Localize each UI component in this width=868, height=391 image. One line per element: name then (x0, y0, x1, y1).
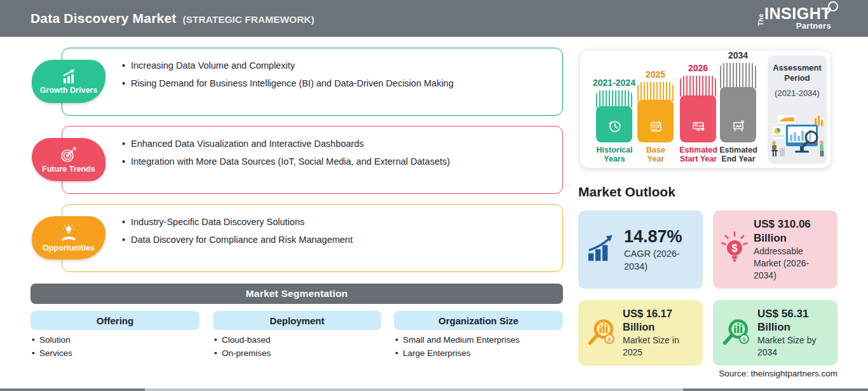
svg-text:$: $ (607, 336, 611, 342)
footer-strip (0, 388, 868, 391)
timeline-bar-base (637, 82, 674, 142)
market-size-2025-caption: Market Size in 2025 (623, 334, 696, 359)
deployment-items: Cloud-based On-premises (214, 333, 271, 360)
assessment-period-range: (2021-2034) (768, 88, 827, 98)
bar-stripes (720, 63, 756, 88)
header-bar: Data Discovery Market (STRATEGIC FRAMEWO… (0, 0, 868, 37)
logo-the-text: The (757, 18, 764, 26)
segment-item: Solution (32, 333, 72, 346)
timeline-caption: Historical Years (592, 146, 637, 163)
cagr-value: 14.87% (624, 226, 696, 248)
growth-bars-arrow-icon (59, 69, 78, 85)
market-size-2025-text-block: US$ 16.17 Billion Market Size in 2025 (623, 307, 696, 358)
opportunities-badge: Opportunities (32, 216, 105, 259)
magnifier-icon (824, 1, 840, 20)
timeline-caption: Estimated End Year (713, 146, 764, 163)
svg-text:$: $ (742, 336, 745, 342)
segment-column-offering: Offering (31, 311, 200, 330)
market-size-2034-text-block: US$ 56.31 Billion Market Size by 2034 (757, 307, 831, 359)
market-size-2034-caption: Market Size by 2034 (757, 334, 831, 359)
growth-drivers-badge: Growth Drivers (32, 60, 105, 103)
insight-partners-logo: The INSIGHT Partners (757, 6, 831, 31)
future-trends-bullet-list: Enhanced Data Visualization and Interact… (122, 135, 550, 170)
offering-items: Solution Services (32, 333, 72, 360)
segment-item: On-premises (214, 346, 271, 360)
timeline-bar-estimated-end (720, 63, 756, 142)
segment-column-label: Organization Size (438, 315, 519, 326)
bar-body (720, 87, 756, 142)
future-trends-box: Enhanced Data Visualization and Interact… (62, 126, 563, 194)
bar-body (596, 106, 632, 142)
segment-column-organization-size: Organization Size (394, 311, 563, 330)
opportunities-bullet-list: Industry-Specific Data Discovery Solutio… (122, 213, 550, 249)
opportunities-box: Industry-Specific Data Discovery Solutio… (62, 204, 563, 272)
organization-size-items: Small and Medium Enterprises Large Enter… (395, 333, 520, 360)
magnifier-chart-icon: $ (586, 317, 618, 350)
magnifier-chart-icon: $ (721, 317, 752, 350)
bar-stripes (596, 90, 632, 107)
target-arrow-icon (59, 146, 78, 164)
bullet-item: Integration with More Data Sources (IoT,… (122, 153, 550, 170)
bullet-item: Data Discovery for Compliance and Risk M… (122, 231, 550, 249)
bulb-dollar-icon: $ (721, 231, 749, 268)
svg-text:$: $ (731, 242, 737, 253)
analytics-dashboard-illustration (770, 113, 825, 161)
assessment-period-panel: Assessment Period (2021-2034) (768, 55, 827, 164)
addressable-market-card: $ US$ 310.06 Billion Addressable Market … (713, 210, 837, 289)
growth-drivers-box: Increasing Data Volume and Complexity Ri… (62, 48, 563, 116)
timeline-caption: Base Year (640, 146, 672, 163)
bar-body (680, 95, 716, 142)
cagr-text-block: 14.87% CAGR (2026-2034) (624, 226, 696, 273)
market-size-2034-value: US$ 56.31 Billion (757, 307, 831, 334)
bar-stripes (637, 82, 674, 101)
cagr-caption: CAGR (2026-2034) (624, 248, 696, 273)
growth-drivers-bullet-list: Increasing Data Volume and Complexity Ri… (122, 57, 550, 92)
timeline-year-label: 2034 (712, 50, 764, 60)
footer-strip-left (0, 388, 145, 391)
header-title-group: Data Discovery Market (STRATEGIC FRAMEWO… (31, 11, 315, 26)
timeline-year-label: 2026 (672, 63, 724, 73)
market-segmentation-title: Market Segmentation (246, 288, 348, 299)
assessment-period-title: Assessment Period (768, 63, 827, 83)
page-title: Data Discovery Market (31, 11, 176, 26)
footer-strip-right (683, 388, 868, 391)
logo-partners-text: Partners (764, 21, 831, 31)
future-trends-label: Future Trends (42, 165, 95, 174)
logo-insight-text: INSIGHT (764, 4, 831, 22)
segment-item: Cloud-based (214, 333, 271, 346)
addressable-market-caption: Addressable Market (2026-2034) (754, 245, 831, 282)
opportunities-label: Opportunities (43, 244, 95, 252)
segment-item: Large Enterprises (395, 346, 520, 360)
addressable-market-text-block: US$ 310.06 Billion Addressable Market (2… (754, 217, 831, 281)
segment-item: Services (32, 346, 72, 360)
future-trends-badge: Future Trends (32, 138, 105, 181)
logo-main: INSIGHT Partners (764, 6, 831, 31)
segment-column-label: Deployment (270, 315, 325, 326)
bullet-item: Industry-Specific Data Discovery Solutio… (122, 213, 550, 231)
source-attribution: Source: theinsightpartners.com (719, 369, 837, 378)
research-timeline-card: 2021-2024 Historical Years 2025 (580, 50, 831, 168)
market-size-2034-card: $ US$ 56.31 Billion Market Size by 2034 (713, 300, 837, 366)
timeline-bar-historical (596, 90, 632, 142)
segment-item: Small and Medium Enterprises (395, 333, 520, 346)
segment-column-label: Offering (97, 315, 133, 326)
bulb-hand-icon (59, 224, 78, 243)
market-size-2025-value: US$ 16.17 Billion (623, 307, 696, 333)
bar-body (637, 100, 674, 142)
segment-column-deployment: Deployment (213, 311, 381, 330)
market-segmentation-bar: Market Segmentation (31, 284, 563, 304)
page-subtitle: (STRATEGIC FRAMEWORK) (182, 14, 314, 25)
growth-bars-arrow-icon (586, 234, 619, 266)
bar-stripes (680, 76, 716, 97)
market-outlook-heading: Market Outlook (578, 184, 675, 200)
growth-drivers-label: Growth Drivers (40, 86, 97, 95)
market-size-2025-card: $ US$ 16.17 Billion Market Size in 2025 (578, 300, 703, 366)
bullet-item: Enhanced Data Visualization and Interact… (122, 135, 550, 153)
addressable-market-value: US$ 310.06 Billion (754, 217, 831, 245)
cagr-card: 14.87% CAGR (2026-2034) (578, 210, 703, 289)
bullet-item: Rising Demand for Business Intelligence … (122, 74, 550, 92)
timeline-bar-estimated-start (680, 76, 716, 142)
bullet-item: Increasing Data Volume and Complexity (122, 57, 550, 74)
